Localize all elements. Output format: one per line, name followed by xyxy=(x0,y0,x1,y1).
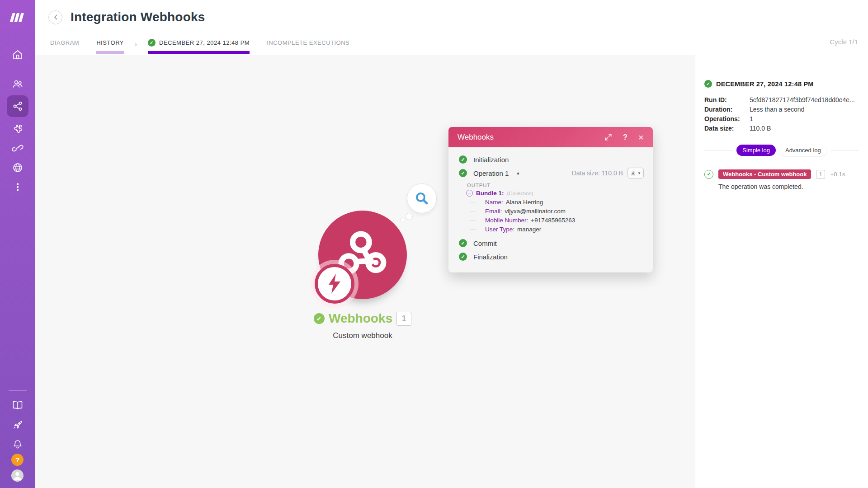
step-commit: ✓ Commit xyxy=(448,236,653,250)
link-icon xyxy=(12,143,24,154)
chevron-right-icon: › xyxy=(135,40,137,48)
divider xyxy=(704,150,733,150)
team-icon xyxy=(12,79,24,89)
step-operation: ✓ Operation 1 ▲ Data size: 110.0 B ▼ xyxy=(448,166,653,180)
inspect-bubble[interactable] xyxy=(407,183,437,213)
tabs-bar: DIAGRAM HISTORY › ✓ DECEMBER 27, 2024 12… xyxy=(35,34,868,54)
scenario-canvas: ✓ Webhooks 1 Custom webhook Webhooks ? × xyxy=(35,55,695,488)
module-success-check-icon: ✓ xyxy=(314,313,325,324)
user-avatar[interactable] xyxy=(11,469,24,482)
sidebar-item-more[interactable] xyxy=(7,177,28,197)
detail-operations: Operations: 1 xyxy=(704,114,859,123)
sidebar-item-notifications[interactable] xyxy=(7,434,28,454)
success-check-icon: ✓ xyxy=(459,169,467,177)
execution-summary-panel: ✓ DECEMBER 27, 2024 12:48 PM Run ID: 5cf… xyxy=(695,55,868,488)
instant-trigger-badge[interactable] xyxy=(315,264,354,304)
module-subtitle: Custom webhook xyxy=(318,331,407,340)
module-name: Webhooks xyxy=(329,311,392,326)
success-check-icon: ✓ xyxy=(148,39,156,47)
bubble-dot xyxy=(401,218,405,222)
detail-duration: Duration: Less than a second xyxy=(704,104,859,114)
tab-history[interactable]: HISTORY xyxy=(96,34,124,54)
detail-data-size: Data size: 110.0 B xyxy=(704,123,859,133)
popup-body: ✓ Initialization ✓ Operation 1 ▲ Data si… xyxy=(448,147,653,268)
sidebar-item-connections[interactable] xyxy=(7,138,28,158)
popup-header[interactable]: Webhooks ? × xyxy=(448,127,653,147)
sidebar-item-templates[interactable] xyxy=(7,119,28,138)
execution-details: Run ID: 5cfd871827174f3b9f74ed18dd0e4e..… xyxy=(704,95,859,133)
log-toggle: Simple log Advanced log xyxy=(704,145,859,156)
arrow-left-icon xyxy=(52,14,59,21)
home-icon xyxy=(12,49,23,60)
bundle-row: − Bundle 1: (Collection) xyxy=(466,190,653,197)
execution-detail-popup: Webhooks ? × ✓ Initialization xyxy=(448,127,653,272)
sidebar-item-docs[interactable] xyxy=(7,395,28,415)
bundle-fields: Name: Alana Herring Email: vijyxa@mailin… xyxy=(477,197,653,234)
magnifier-icon xyxy=(414,191,429,206)
globe-icon xyxy=(12,162,23,173)
more-dots-icon xyxy=(12,182,23,192)
puzzle-icon xyxy=(12,123,23,134)
tab-diagram[interactable]: DIAGRAM xyxy=(50,34,79,54)
download-icon xyxy=(630,170,636,176)
popup-title: Webhooks xyxy=(458,133,604,142)
field-user-type: User Type: manager xyxy=(477,225,653,234)
success-check-icon: ✓ xyxy=(704,80,712,88)
success-check-icon: ✓ xyxy=(459,239,467,247)
page: ? Integration Webhooks DIAGRAM HISTORY ›… xyxy=(0,0,868,488)
help-button[interactable]: ? xyxy=(11,454,24,466)
step-finalization: ✓ Finalization xyxy=(448,250,653,263)
make-logo-icon[interactable] xyxy=(0,0,35,35)
log-entry: ✓ Webhooks - Custom webhook 1 +0.1s The … xyxy=(704,169,859,190)
output-section-label: OUTPUT xyxy=(467,183,653,188)
book-icon xyxy=(12,400,24,411)
bundle-label: Bundle 1: xyxy=(476,190,504,197)
sidebar-item-home[interactable] xyxy=(7,45,28,64)
cycle-indicator: Cycle 1/1 xyxy=(830,38,858,46)
detail-run-id: Run ID: 5cfd871827174f3b9f74ed18dd0e4e..… xyxy=(704,95,859,104)
divider xyxy=(830,150,859,150)
success-check-icon: ✓ xyxy=(459,155,467,164)
scenarios-share-icon xyxy=(12,101,23,112)
execution-heading: ✓ DECEMBER 27, 2024 12:48 PM xyxy=(704,80,859,88)
expand-icon[interactable] xyxy=(604,133,612,141)
data-size-label: Data size: 110.0 B xyxy=(572,169,623,177)
caret-down-icon: ▼ xyxy=(637,171,641,175)
field-email: Email: vijyxa@mailinator.com xyxy=(477,206,653,216)
sidebar-item-web[interactable] xyxy=(7,158,28,177)
tab-incomplete-executions[interactable]: INCOMPLETE EXECUTIONS xyxy=(267,34,349,54)
tab-execution-date[interactable]: ✓ DECEMBER 27, 2024 12:48 PM xyxy=(148,34,250,54)
rocket-icon xyxy=(12,419,24,430)
step-initialization: ✓ Initialization xyxy=(448,153,653,166)
bell-icon xyxy=(12,439,23,450)
page-title: Integration Webhooks xyxy=(71,10,205,24)
back-button[interactable] xyxy=(48,10,62,24)
top-bar: Integration Webhooks DIAGRAM HISTORY › ✓… xyxy=(35,0,868,54)
advanced-log-button[interactable]: Advanced log xyxy=(779,145,827,156)
sidebar-item-whats-new[interactable] xyxy=(7,415,28,434)
close-icon[interactable]: × xyxy=(638,132,644,143)
log-module-badge[interactable]: Webhooks - Custom webhook xyxy=(718,169,811,179)
log-count-badge: 1 xyxy=(816,170,825,179)
sidebar-item-team[interactable] xyxy=(7,74,28,94)
sidebar-item-scenarios[interactable] xyxy=(7,95,28,117)
download-button[interactable]: ▼ xyxy=(627,168,644,178)
sidebar: ? xyxy=(0,0,35,488)
popup-help-icon[interactable]: ? xyxy=(623,133,627,141)
field-name: Name: Alana Herring xyxy=(477,197,653,206)
success-check-icon: ✓ xyxy=(459,253,467,261)
lightning-icon xyxy=(326,273,344,295)
bundle-type: (Collection) xyxy=(507,191,533,196)
collapse-caret-icon[interactable]: ▲ xyxy=(516,171,520,175)
sidebar-divider xyxy=(9,390,27,391)
simple-log-button[interactable]: Simple log xyxy=(736,145,776,156)
module-label-row: ✓ Webhooks 1 xyxy=(305,311,420,326)
log-message: The operation was completed. xyxy=(718,183,859,190)
operations-count-badge[interactable]: 1 xyxy=(396,312,411,326)
bubble-dot xyxy=(406,213,413,220)
log-duration: +0.1s xyxy=(830,171,845,178)
success-check-outline-icon: ✓ xyxy=(704,170,713,179)
person-icon xyxy=(11,469,24,482)
field-mobile: Mobile Number: +917485965263 xyxy=(477,216,653,225)
